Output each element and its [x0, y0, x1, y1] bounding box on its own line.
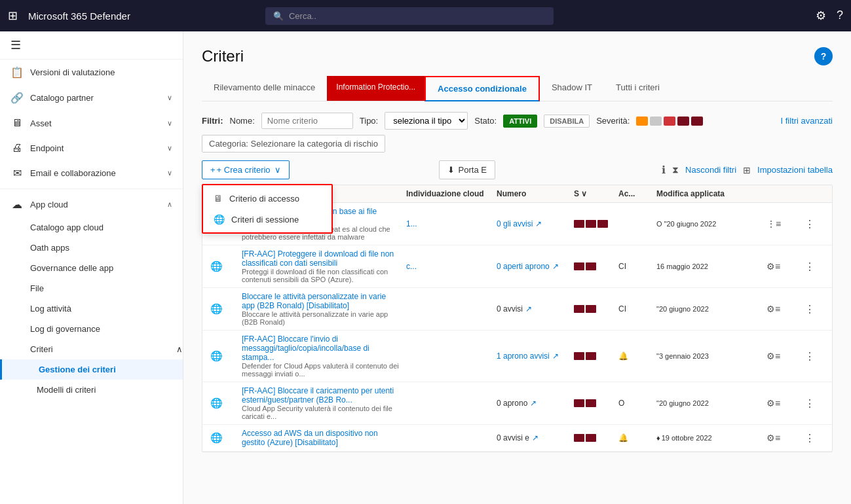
sidebar-item-gestione-criteri[interactable]: Gestione dei criteri [0, 359, 183, 380]
row-title-link[interactable]: [FR-AAC] Bloccare l'invio di messaggi/ta… [242, 334, 401, 362]
row-title-link[interactable]: Accesso ad AWS da un dispositivo non ges… [242, 429, 401, 447]
dropdown-label-sessione: Criteri di sessione [231, 215, 299, 225]
row-severity [574, 305, 613, 313]
col-sev[interactable]: S ∨ [574, 189, 613, 198]
tab-tutti[interactable]: Tutti i criteri [604, 76, 671, 101]
tab-rilevamento[interactable]: Rilevamento delle minacce [202, 76, 327, 101]
sidebar-item-app-cloud[interactable]: ☁ App cloud ∧ [0, 192, 183, 217]
tab-accesso-condizionale[interactable]: Accesso condizionale [425, 76, 540, 101]
app-cloud-icon: ☁ [10, 198, 24, 211]
row-num-link[interactable]: 0 avvisi e [497, 433, 529, 442]
sev-box-darkred2[interactable] [691, 117, 703, 126]
row-more-btn[interactable]: ⋮ [804, 432, 824, 444]
export-icon[interactable]: ↗ [535, 219, 542, 228]
sidebar-item-endpoint[interactable]: 🖨 Endpoint ∨ [0, 135, 183, 160]
dropdown-item-sessione[interactable]: 🌐 Criteri di sessione [203, 209, 331, 230]
row-title-link[interactable]: [FR-AAC] Bloccare il caricamento per ute… [242, 386, 401, 405]
sidebar-item-log-governance[interactable]: Log di governance [0, 319, 183, 339]
row-more-btn[interactable]: ⋮ [804, 261, 824, 273]
filter-icon[interactable]: ⧗ [672, 164, 679, 175]
filter-nome-input[interactable] [261, 113, 353, 129]
row-icon: 🌐 [210, 261, 236, 272]
sev-indicator [574, 220, 584, 228]
category-filter[interactable]: Categoria: Selezionare la categoria di r… [202, 135, 385, 153]
row-action-gear[interactable]: ⚙≡ [766, 398, 799, 408]
sev-box-darkred[interactable] [677, 117, 689, 126]
export-icon[interactable]: ↗ [552, 351, 559, 361]
filter-tipo-select[interactable]: seleziona il tipo [385, 112, 468, 130]
search-input[interactable] [289, 11, 546, 21]
row-more-btn[interactable]: ⋮ [804, 350, 824, 363]
nascondi-filtri-link[interactable]: Nascondi filtri [685, 165, 736, 175]
export-icon[interactable]: ↗ [530, 399, 537, 408]
email-icon: ✉ [10, 167, 24, 179]
settings-icon[interactable]: ⚙ [816, 9, 826, 23]
stato-attivi-button[interactable]: ATTIVI [503, 115, 537, 128]
row-num-link[interactable]: 1 aprono avvisi [497, 351, 550, 361]
sidebar-item-catalogo[interactable]: 🔗 Catalogo partner ∨ [0, 85, 183, 111]
sidebar-item-log-attivita[interactable]: Log attività [0, 298, 183, 319]
help-button[interactable]: ? [814, 47, 833, 65]
row-icon: 🌐 [210, 350, 236, 362]
sidebar-item-governance-app[interactable]: Governance delle app [0, 258, 183, 278]
info-icon[interactable]: ℹ [662, 164, 666, 176]
row-action-gear[interactable]: ⋮≡ [766, 219, 799, 229]
sev-indicator [597, 220, 608, 228]
help-icon[interactable]: ? [837, 9, 843, 23]
sidebar-item-criteri[interactable]: Criteri ∧ [0, 339, 183, 359]
row-title-link[interactable]: Bloccare le attività personalizzate in v… [242, 292, 401, 310]
row-more-btn[interactable]: ⋮ [804, 397, 824, 410]
row-num-link[interactable]: 0 avvisi [497, 304, 523, 314]
row-num-link[interactable]: 0 aprono [497, 399, 527, 408]
row-num-cell: 0 aprono ↗ [497, 399, 569, 408]
app-title: Microsoft 365 Defender [28, 10, 130, 22]
dropdown-item-accesso[interactable]: 🖥 Criterio di accesso [203, 188, 331, 209]
row-action-gear[interactable]: ⚙≡ [766, 304, 799, 314]
sev-indicator [586, 262, 596, 270]
diamond-icon: ♦ [656, 434, 660, 442]
sidebar-label-log-attivita: Log attività [30, 304, 71, 314]
sidebar-item-asset[interactable]: 🖥 Asset ∨ [0, 111, 183, 135]
search-bar[interactable]: 🔍 [265, 7, 554, 25]
tab-shadow-it[interactable]: Shadow IT [540, 76, 604, 101]
tab-info-prot[interactable]: Information Protectio... [327, 76, 425, 101]
table-icon[interactable]: ⊞ [743, 165, 751, 175]
impostazioni-tabella-link[interactable]: Impostazioni tabella [757, 165, 833, 175]
sidebar-item-catalogo-app[interactable]: Catalogo app cloud [0, 217, 183, 238]
sev-box-red[interactable] [664, 117, 675, 126]
row-action-gear[interactable]: ⚙≡ [766, 351, 799, 361]
row-date: 16 maggio 2022 [656, 262, 761, 270]
sev-box-orange[interactable] [636, 117, 648, 126]
sev-box-gray[interactable] [650, 117, 662, 126]
sidebar-item-file[interactable]: File [0, 278, 183, 298]
row-action-gear[interactable]: ⚙≡ [766, 261, 799, 272]
sidebar-item-modelli-criteri[interactable]: Modelli di criteri [0, 380, 183, 400]
advanced-filters-link[interactable]: I filtri avanzati [781, 116, 833, 126]
row-action-gear[interactable]: ⚙≡ [766, 433, 799, 443]
row-more-btn[interactable]: ⋮ [804, 303, 824, 315]
export-icon[interactable]: ↗ [532, 433, 539, 442]
row-acc: CI [618, 262, 651, 271]
sidebar-item-valutazione[interactable]: 📋 Versioni di valutazione [0, 60, 183, 85]
porta-esporta-button[interactable]: ⬇ Porta E [439, 160, 495, 179]
row-severity [574, 399, 613, 407]
row-title-cell: [FR-AAC] Proteggere il download di file … [242, 249, 401, 283]
hamburger-menu[interactable]: ☰ [0, 31, 183, 60]
col-modifica: Modifica applicata [656, 189, 761, 198]
row-num-link[interactable]: 0 aperti aprono [497, 262, 550, 271]
sidebar-item-email[interactable]: ✉ Email e collaborazione ∨ [0, 160, 183, 186]
export-icon[interactable]: ↗ [552, 262, 559, 271]
sidebar-item-oath-apps[interactable]: Oath apps [0, 238, 183, 258]
export-icon[interactable]: ↗ [525, 304, 532, 314]
row-title-link[interactable]: [FR-AAC] Proteggere il download di file … [242, 249, 401, 268]
apps-grid-icon[interactable]: ⊞ [8, 9, 18, 23]
row-more-btn[interactable]: ⋮ [804, 218, 824, 230]
row-num-link[interactable]: 0 gli avvisi [497, 219, 533, 228]
stato-disab-button[interactable]: DISABILA [544, 115, 590, 128]
date-text: "20 giugno 2022 [664, 220, 717, 228]
sidebar: ☰ 📋 Versioni di valutazione 🔗 Catalogo p… [0, 31, 183, 504]
crea-criterio-button[interactable]: + + Crea criterio ∨ [202, 160, 290, 179]
row-num-cell: 0 aperti aprono ↗ [497, 262, 569, 271]
crea-dropdown-menu: 🖥 Criterio di accesso 🌐 Criteri di sessi… [202, 184, 333, 234]
asset-icon: 🖥 [10, 117, 24, 129]
